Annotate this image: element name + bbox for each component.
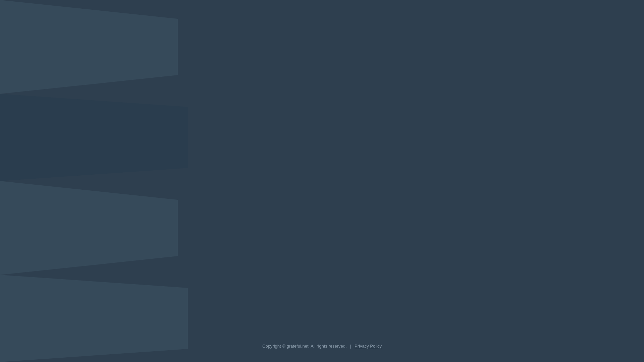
- bg-decoration-left-lower: [0, 275, 188, 362]
- footer: Copyright © grateful.net. All rights res…: [262, 344, 382, 349]
- bg-decoration-left-mid: [0, 94, 188, 181]
- bg-decoration-left-bottom: [0, 181, 178, 275]
- footer-copyright: Copyright © grateful.net. All rights res…: [262, 344, 347, 349]
- bg-decoration-left-top: [0, 0, 178, 94]
- footer-separator: |: [350, 344, 351, 349]
- privacy-policy-link[interactable]: Privacy Policy: [355, 344, 382, 349]
